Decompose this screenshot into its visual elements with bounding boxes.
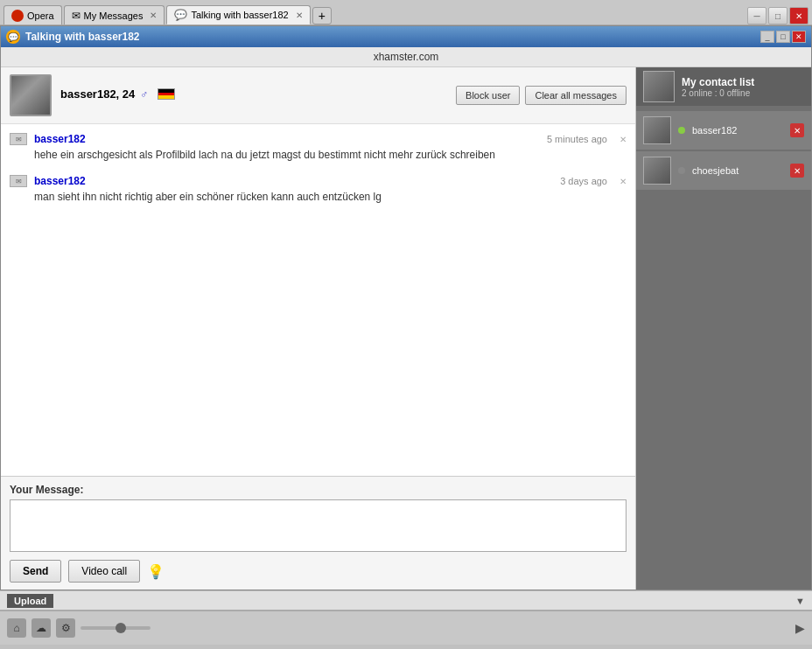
video-call-button[interactable]: Video call: [68, 560, 140, 583]
window-titlebar: 💬 Talking with basser182 _ □ ✕: [1, 26, 811, 47]
settings-icon[interactable]: ⚙: [56, 618, 75, 638]
user-info: basser182, 24 ♂: [60, 87, 447, 103]
contact-avatar-2: [643, 157, 671, 185]
window-title: Talking with basser182: [25, 31, 140, 43]
block-user-button[interactable]: Block user: [456, 86, 520, 105]
contact-online-dot-1: [678, 127, 685, 134]
message-group-2: ✉ basser182 3 days ago ✕ man sieht ihn n…: [10, 175, 626, 203]
contact-avatar-1: [643, 116, 671, 144]
window-icon: 💬: [6, 30, 20, 44]
user-name: basser182, 24: [60, 87, 135, 101]
send-button[interactable]: Send: [10, 560, 61, 583]
opera-tab[interactable]: Opera: [4, 5, 62, 24]
message-close-2[interactable]: ✕: [620, 177, 626, 186]
window-minimize-btn[interactable]: _: [760, 31, 774, 43]
messages-tab[interactable]: ✉ My Messages ✕: [64, 5, 165, 24]
chat-tab-label: Talking with basser182: [191, 10, 288, 20]
restore-browser-btn[interactable]: □: [768, 7, 788, 24]
window-maximize-btn[interactable]: □: [776, 31, 790, 43]
message-input[interactable]: [10, 499, 626, 552]
contacts-panel: My contact list 2 online : 0 offline bas…: [636, 67, 811, 590]
message-text-1: hehe ein arschgesicht als Profilbild lac…: [10, 149, 626, 161]
contact-item-1[interactable]: basser182 ✕: [636, 111, 811, 150]
messages-tab-label: My Messages: [84, 10, 144, 21]
message-envelope-icon-1: ✉: [10, 133, 27, 145]
contact-name-1: basser182: [692, 125, 783, 136]
action-buttons: Block user Clear all messages: [456, 86, 626, 105]
zoom-thumb[interactable]: [116, 623, 126, 633]
contact-name-2: choesjebat: [692, 165, 783, 176]
new-tab-button[interactable]: +: [312, 7, 332, 24]
message-group-1: ✉ basser182 5 minutes ago ✕ hehe ein ars…: [10, 133, 626, 161]
chat-tab-close[interactable]: ✕: [296, 10, 303, 20]
contact-remove-1[interactable]: ✕: [790, 123, 804, 137]
messages-area: ✉ basser182 5 minutes ago ✕ hehe ein ars…: [1, 124, 635, 476]
cloud-icon[interactable]: ☁: [32, 618, 51, 638]
message-time-2: 3 days ago: [560, 176, 607, 186]
bottom-bar: ⌂ ☁ ⚙ ▶: [0, 610, 812, 645]
input-area: Your Message: Send Video call 💡: [1, 476, 635, 590]
content-area: basser182, 24 ♂ Block user Clear all mes…: [1, 67, 811, 590]
window-close-btn[interactable]: ✕: [792, 31, 806, 43]
message-time-1: 5 minutes ago: [547, 134, 607, 144]
contacts-header-avatar: [643, 71, 675, 102]
message-sender-1: basser182: [34, 133, 86, 145]
clear-messages-button[interactable]: Clear all messages: [525, 86, 626, 105]
contact-remove-2[interactable]: ✕: [790, 164, 804, 178]
home-icon[interactable]: ⌂: [7, 618, 26, 638]
contacts-status: 2 online : 0 offline: [682, 88, 804, 98]
avatar: [10, 74, 52, 116]
minimize-browser-btn[interactable]: ─: [747, 7, 766, 24]
messages-icon: ✉: [72, 10, 80, 22]
message-label: Your Message:: [10, 484, 626, 496]
bottom-icons: ⌂ ☁ ⚙: [7, 618, 75, 638]
contacts-title-area: My contact list 2 online : 0 offline: [682, 76, 804, 98]
chat-tab[interactable]: 💬 Talking with basser182 ✕: [166, 5, 310, 24]
zoom-slider[interactable]: [80, 626, 150, 630]
contact-offline-dot-2: [678, 167, 685, 174]
upload-label: Upload: [7, 594, 53, 608]
country-flag: [158, 88, 175, 100]
user-header: basser182, 24 ♂ Block user Clear all mes…: [1, 67, 635, 124]
chat-icon: 💬: [174, 9, 187, 21]
message-sender-2: basser182: [34, 175, 86, 187]
opera-icon: [11, 10, 24, 22]
contacts-list: basser182 ✕ choesjebat ✕: [636, 106, 811, 590]
close-browser-btn[interactable]: ✕: [789, 7, 808, 24]
chat-panel: basser182, 24 ♂ Block user Clear all mes…: [1, 67, 636, 590]
site-header: xhamster.com: [1, 47, 811, 67]
messages-tab-close[interactable]: ✕: [150, 10, 157, 20]
main-window: 💬 Talking with basser182 _ □ ✕ xhamster.…: [0, 25, 812, 590]
contacts-title: My contact list: [682, 76, 804, 88]
gender-icon: ♂: [140, 88, 152, 101]
contacts-header: My contact list 2 online : 0 offline: [636, 67, 811, 106]
message-close-1[interactable]: ✕: [620, 135, 626, 144]
message-text-2: man sieht ihn nicht richtig aber ein sch…: [10, 191, 626, 203]
contact-item-2[interactable]: choesjebat ✕: [636, 151, 811, 190]
opera-tab-label: Opera: [27, 10, 54, 21]
status-bar: Upload ▼: [0, 590, 812, 610]
zoom-control: [80, 626, 150, 630]
message-envelope-icon-2: ✉: [10, 175, 27, 187]
bulb-icon: 💡: [147, 563, 164, 580]
scroll-right-icon[interactable]: ▶: [795, 621, 805, 635]
scroll-down-icon[interactable]: ▼: [795, 596, 805, 606]
input-buttons: Send Video call 💡: [10, 560, 626, 583]
